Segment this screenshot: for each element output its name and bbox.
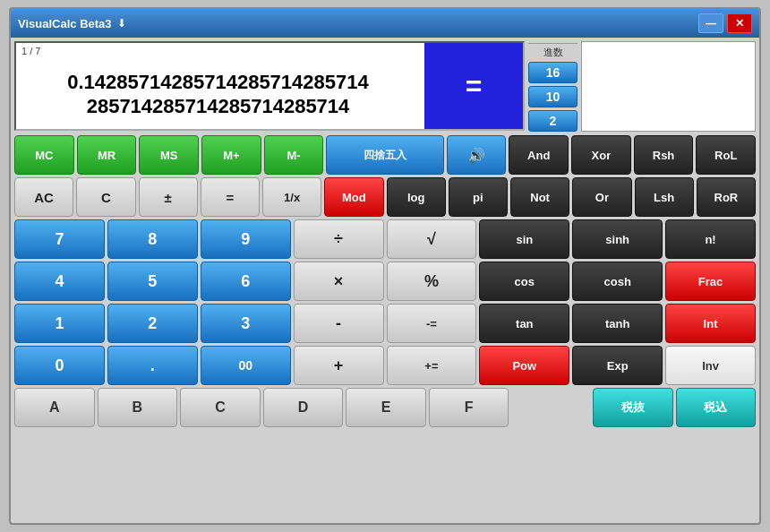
btn-or[interactable]: Or [572, 177, 631, 217]
btn-cosh[interactable]: cosh [572, 262, 663, 301]
btn-int[interactable]: Int [665, 304, 756, 343]
btn-tan[interactable]: tan [479, 304, 569, 343]
btn-plusequals[interactable]: += [387, 346, 477, 385]
btn-sinh[interactable]: sinh [572, 219, 663, 259]
btn-ror[interactable]: RoR [697, 177, 756, 217]
btn-reciprocal[interactable]: 1/x [262, 177, 321, 217]
btn-dot[interactable]: . [107, 346, 198, 385]
btn-xor[interactable]: Xor [571, 135, 631, 175]
btn-lsh[interactable]: Lsh [635, 177, 694, 217]
output-panel [581, 41, 756, 132]
btn-1[interactable]: 1 [14, 304, 105, 343]
btn-c[interactable]: C [76, 177, 135, 217]
btn-and[interactable]: And [509, 135, 569, 175]
btn-mplus[interactable]: M+ [201, 135, 261, 175]
btn-exp[interactable]: Exp [572, 346, 663, 385]
btn-mminus[interactable]: M- [264, 135, 324, 175]
btn-not[interactable]: Not [510, 177, 569, 217]
btn-mc[interactable]: MC [14, 135, 74, 175]
btn-5[interactable]: 5 [107, 262, 198, 301]
btn-4[interactable]: 4 [14, 262, 105, 301]
btn-div[interactable]: ÷ [294, 219, 384, 259]
btn-cos[interactable]: cos [479, 262, 569, 301]
window-controls: — ✕ [698, 13, 752, 33]
minimize-button[interactable]: — [698, 13, 723, 33]
btn-pi[interactable]: pi [449, 177, 508, 217]
btn-f[interactable]: F [429, 388, 509, 427]
btn-c[interactable]: C [180, 388, 261, 427]
btn-ms[interactable]: MS [139, 135, 199, 175]
btn-7[interactable]: 7 [14, 219, 105, 259]
btn-frac[interactable]: Frac [665, 262, 756, 301]
sidebar-btn-16[interactable]: 16 [528, 62, 578, 83]
btn-mod[interactable]: Mod [324, 177, 383, 217]
btn-tanh[interactable]: tanh [572, 304, 663, 343]
btn-b[interactable]: B [98, 388, 178, 427]
equals-panel[interactable]: = [424, 43, 523, 129]
btn-sqrt[interactable]: √ [387, 219, 477, 259]
btn-round[interactable]: 四捨五入 [326, 135, 443, 175]
sidebar-btn-2[interactable]: 2 [528, 110, 578, 132]
equals-symbol: = [466, 70, 483, 103]
btn-plusminus[interactable]: ± [139, 177, 198, 217]
btn-00[interactable]: 00 [201, 346, 291, 385]
window-title: VisualCalc Beta3 [18, 17, 112, 30]
btn-e[interactable]: E [346, 388, 426, 427]
btn-equals[interactable]: = [201, 177, 260, 217]
main-window: VisualCalc Beta3 ⬇ — ✕ 1 / 7 0.142857142… [9, 7, 761, 525]
btn-minus[interactable]: - [294, 304, 384, 343]
btn-3[interactable]: 3 [201, 304, 291, 343]
btn-tax-ex[interactable]: 税抜 [593, 388, 673, 427]
btn-plus[interactable]: + [294, 346, 384, 385]
btn-d[interactable]: D [263, 388, 344, 427]
titlebar: VisualCalc Beta3 ⬇ — ✕ [11, 9, 759, 38]
btn-nfact[interactable]: n! [665, 219, 756, 259]
btn-minusequals[interactable]: -= [387, 304, 477, 343]
display-line1: 0.14285714285714285714285714 [67, 70, 368, 95]
title-icon: ⬇ [117, 17, 126, 30]
fraction-display: 1 / 7 [21, 46, 40, 56]
btn-pow[interactable]: Pow [479, 346, 569, 385]
btn-speaker[interactable]: 🔊 [447, 135, 507, 175]
btn-log[interactable]: log [387, 177, 446, 217]
btn-inv[interactable]: Inv [665, 346, 756, 385]
btn-ac[interactable]: AC [14, 177, 73, 217]
btn-mul[interactable]: × [294, 262, 384, 301]
btn-6[interactable]: 6 [201, 262, 291, 301]
sidebar: 進数 16 10 2 [528, 41, 578, 132]
sidebar-label: 進数 [528, 43, 578, 59]
sidebar-btn-10[interactable]: 10 [528, 86, 578, 107]
btn-rsh[interactable]: Rsh [634, 135, 694, 175]
btn-0[interactable]: 0 [14, 346, 105, 385]
btn-a[interactable]: A [14, 388, 95, 427]
btn-tax-in[interactable]: 税込 [676, 388, 757, 427]
display-line2: 285714285714285714285714 [87, 94, 350, 119]
btn-mr[interactable]: MR [77, 135, 137, 175]
btn-8[interactable]: 8 [107, 219, 198, 259]
btn-9[interactable]: 9 [201, 219, 291, 259]
close-button[interactable]: ✕ [727, 13, 752, 33]
btn-percent[interactable]: % [387, 262, 477, 301]
btn-rol[interactable]: RoL [696, 135, 756, 175]
btn-sin[interactable]: sin [479, 219, 569, 259]
btn-2[interactable]: 2 [107, 304, 198, 343]
